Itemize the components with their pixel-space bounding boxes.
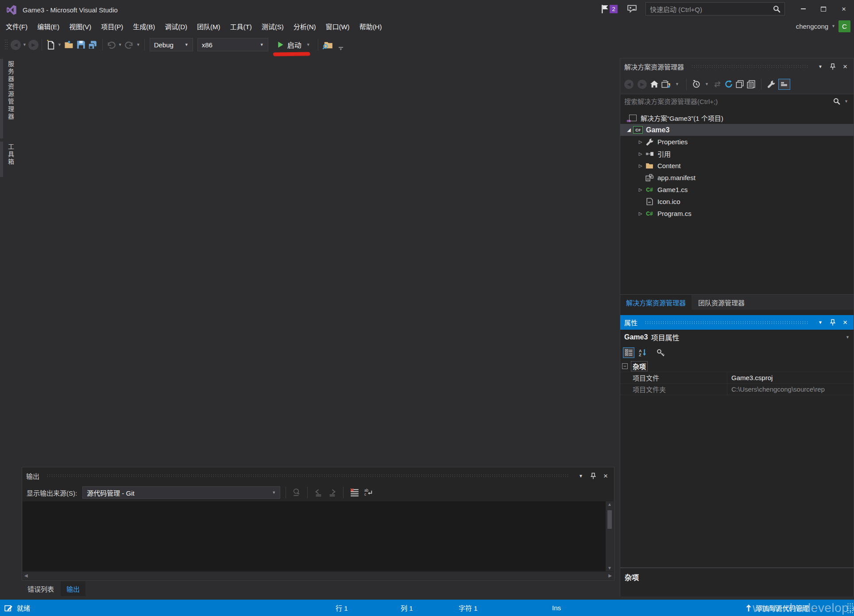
minimize-button[interactable] [793, 0, 813, 18]
tab-error-list[interactable]: 错误列表 [22, 581, 60, 596]
expander-expanded-icon[interactable]: ◢ [625, 127, 633, 133]
sidebar-tab-toolbox[interactable]: 工具箱 [0, 142, 17, 177]
notifications-button[interactable]: 2 [602, 5, 618, 13]
menu-test[interactable]: 测试(S) [257, 20, 289, 33]
scroll-down-icon[interactable]: ▼ [607, 566, 612, 570]
menu-debug[interactable]: 调试(D) [160, 20, 192, 33]
open-file-button[interactable] [63, 38, 75, 51]
pin-icon[interactable] [828, 62, 837, 71]
close-icon[interactable]: × [841, 62, 850, 71]
expander-collapsed-icon[interactable]: ▷ [637, 211, 644, 216]
output-panel-header[interactable]: 输出 ▼ × [22, 467, 614, 484]
resize-grip[interactable] [847, 603, 853, 614]
back-button[interactable]: ◀ [624, 80, 634, 89]
word-wrap-button[interactable]: abc [363, 486, 375, 499]
chevron-down-icon[interactable]: ▼ [703, 82, 710, 86]
properties-pages-icon[interactable] [747, 80, 755, 89]
solution-explorer-header[interactable]: 解决方案资源管理器 ▼ × [620, 58, 854, 74]
tree-row-solution[interactable]: ∞ 解决方案“Game3”(1 个项目) [620, 112, 854, 124]
next-message-button[interactable] [327, 486, 338, 499]
solution-search-input[interactable]: 搜索解决方案资源管理器(Ctrl+;) ▼ [620, 94, 854, 108]
scrollbar-thumb[interactable] [607, 510, 612, 529]
redo-button[interactable] [124, 38, 135, 51]
close-icon[interactable]: × [601, 471, 610, 481]
undo-button[interactable] [105, 38, 117, 51]
collapse-category-icon[interactable]: − [622, 363, 628, 369]
alphabetical-sort-button[interactable]: AZ [637, 347, 649, 358]
panel-drag-grip[interactable] [645, 321, 809, 324]
new-project-button[interactable] [45, 38, 56, 51]
tab-solution-explorer[interactable]: 解决方案资源管理器 [620, 295, 692, 310]
expander-collapsed-icon[interactable]: ▷ [637, 151, 644, 156]
output-text-area[interactable]: ▲ ▼ [23, 501, 614, 571]
sidebar-tab-server-explorer[interactable]: 服务器资源管理器 [0, 59, 17, 139]
property-row-project-folder[interactable]: 项目文件夹 C:\Users\chengcong\source\rep [620, 384, 854, 395]
save-all-button[interactable] [87, 38, 100, 51]
menu-view[interactable]: 视图(V) [64, 20, 96, 33]
maximize-button[interactable] [813, 0, 834, 18]
avatar[interactable]: C [839, 20, 850, 32]
pending-changes-filter-icon[interactable] [692, 80, 700, 88]
tree-row-app-manifest[interactable]: app.manifest [620, 172, 854, 184]
menu-project[interactable]: 项目(P) [96, 20, 128, 33]
collapse-icon[interactable] [736, 80, 744, 88]
pin-icon[interactable] [828, 318, 837, 327]
scroll-right-icon[interactable]: ▶ [608, 574, 612, 578]
properties-header[interactable]: 属性 ▼ × [620, 315, 854, 330]
panel-drag-grip[interactable] [46, 474, 569, 477]
show-all-files-button[interactable] [778, 79, 790, 90]
menu-help[interactable]: 帮助(H) [355, 20, 387, 33]
window-position-menu-icon[interactable]: ▼ [816, 318, 825, 327]
menu-analyze[interactable]: 分析(N) [289, 20, 321, 33]
back-dropdown-icon[interactable]: ▼ [21, 42, 28, 47]
account-menu[interactable]: chengcong ▼ C [796, 19, 850, 33]
find-in-files-button[interactable] [321, 38, 334, 51]
solution-configuration-combobox[interactable]: Debug ▼ [150, 38, 193, 51]
scroll-up-icon[interactable]: ▲ [607, 502, 612, 507]
tree-row-references[interactable]: ▷ 引用 [620, 148, 854, 160]
tab-output[interactable]: 输出 [61, 581, 85, 596]
new-item-dropdown-icon[interactable]: ▼ [56, 42, 63, 47]
tree-row-project-game3[interactable]: ◢ C# Game3 [620, 124, 854, 136]
find-message-button[interactable] [291, 486, 302, 499]
start-dropdown-icon[interactable]: ▼ [305, 42, 312, 47]
forward-button[interactable]: ▶ [638, 80, 647, 89]
properties-category-row[interactable]: − 杂项 [620, 361, 854, 372]
refresh-icon[interactable] [725, 80, 733, 88]
menu-build[interactable]: 生成(B) [128, 20, 160, 33]
clear-all-button[interactable] [349, 486, 360, 499]
horizontal-scrollbar[interactable]: ◀ ▶ [23, 572, 614, 580]
feedback-icon[interactable] [627, 5, 637, 13]
close-icon[interactable]: × [841, 318, 850, 327]
menu-edit[interactable]: 编辑(E) [32, 20, 64, 33]
navigate-back-button[interactable]: ◀ [11, 40, 21, 50]
menu-window[interactable]: 窗口(W) [321, 20, 354, 33]
menu-team[interactable]: 团队(M) [192, 20, 225, 33]
tree-row-game1-cs[interactable]: ▷ C# Game1.cs [620, 184, 854, 196]
output-source-combobox[interactable]: 源代码管理 - Git ▼ [82, 486, 280, 499]
redo-dropdown-icon[interactable]: ▼ [135, 42, 142, 47]
pin-icon[interactable] [589, 471, 598, 481]
categorized-view-button[interactable] [623, 347, 634, 358]
start-debugging-button[interactable]: 启动 ▼ [274, 38, 315, 51]
save-button[interactable] [75, 38, 87, 51]
window-position-menu-icon[interactable]: ▼ [816, 62, 825, 71]
navigate-forward-button[interactable]: ▶ [28, 40, 39, 50]
tree-row-program-cs[interactable]: ▷ C# Program.cs [620, 208, 854, 219]
toolbar-overflow-button[interactable]: ▼ [339, 47, 343, 50]
menu-file[interactable]: 文件(F) [1, 20, 32, 33]
expander-collapsed-icon[interactable]: ▷ [637, 139, 644, 144]
tree-row-content[interactable]: ▷ Content [620, 160, 854, 172]
tree-row-properties[interactable]: ▷ Properties [620, 136, 854, 148]
expander-collapsed-icon[interactable]: ▷ [637, 163, 644, 168]
window-position-menu-icon[interactable]: ▼ [576, 471, 585, 481]
properties-wrench-icon[interactable] [767, 80, 775, 88]
property-row-project-file[interactable]: 项目文件 Game3.csproj [620, 372, 854, 384]
toolbar-grip[interactable] [4, 39, 8, 50]
home-icon[interactable] [650, 81, 658, 88]
vertical-scrollbar[interactable]: ▲ ▼ [606, 501, 614, 571]
add-to-source-control-button[interactable]: 添加到源代码管理 ▲ [746, 600, 817, 616]
sync-with-active-document-icon[interactable] [713, 81, 722, 88]
menu-tools[interactable]: 工具(T) [225, 20, 256, 33]
previous-message-button[interactable] [313, 486, 324, 499]
